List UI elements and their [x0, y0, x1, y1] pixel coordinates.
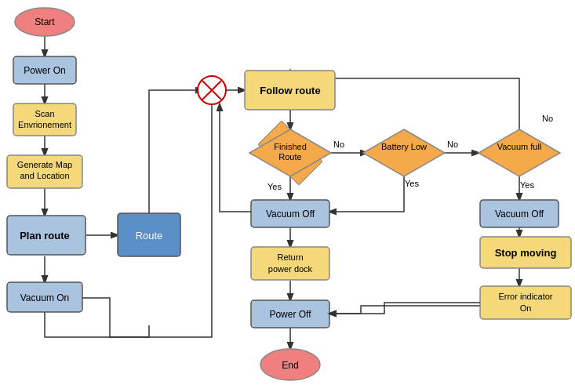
- svg-marker-33: [363, 129, 445, 176]
- battery-no-label: No: [447, 140, 458, 149]
- finished-yes-label: Yes: [267, 182, 282, 191]
- vacuum-full-no-label: No: [542, 114, 553, 123]
- power-on-label: Power On: [24, 65, 65, 76]
- stop-moving-label: Stop moving: [495, 247, 557, 259]
- svg-text:Route: Route: [278, 152, 301, 162]
- svg-text:On: On: [520, 303, 532, 313]
- vacuum-full-label: Vacuum full: [497, 142, 542, 151]
- start-label: Start: [35, 16, 55, 27]
- vacuum-full-yes-label: Yes: [520, 180, 534, 190]
- gen-map-label: Generate Map: [17, 160, 72, 169]
- vacuum-off-left-label: Vacuum Off: [266, 209, 315, 220]
- svg-marker-34: [479, 129, 560, 176]
- end-label: End: [282, 360, 298, 371]
- follow-route-label: Follow route: [260, 85, 320, 96]
- error-indicator-label: Error indicator: [498, 292, 552, 301]
- battery-yes-label: Yes: [405, 179, 419, 188]
- finished-no-label: No: [333, 140, 344, 149]
- vacuum-on-label: Vacuum On: [20, 292, 69, 303]
- return-power-label: Return: [277, 252, 303, 262]
- route-label: Route: [136, 230, 163, 241]
- battery-low-label: Battery Low: [381, 142, 427, 151]
- finished-route-label: Finished: [274, 142, 307, 151]
- scan-env-label: Scan: [35, 109, 54, 118]
- svg-text:Envrionement: Envrionement: [18, 120, 71, 129]
- svg-text:power dock: power dock: [268, 264, 313, 274]
- power-off-label: Power Off: [269, 309, 311, 320]
- svg-text:and Location: and Location: [20, 171, 70, 180]
- vacuum-off-right-label: Vacuum Off: [495, 209, 544, 220]
- plan-route-label: Plan route: [20, 230, 70, 241]
